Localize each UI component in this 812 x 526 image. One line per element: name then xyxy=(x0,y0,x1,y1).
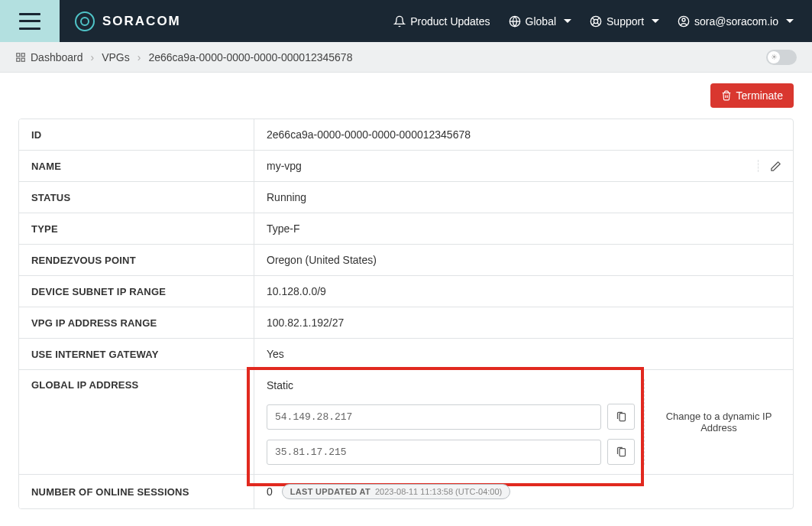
row-rendezvous: RENDEZVOUS POINT Oregon (United States) xyxy=(19,245,793,276)
row-id: ID 2e66ca9a-0000-0000-0000-000012345678 xyxy=(19,119,793,151)
action-bar: Terminate xyxy=(0,73,812,119)
ip-address-1[interactable] xyxy=(267,404,601,430)
theme-toggle[interactable]: ☀ xyxy=(766,50,797,65)
value-type: Type-F xyxy=(254,213,793,244)
copy-ip-1-button[interactable] xyxy=(607,404,635,430)
copy-ip-2-button[interactable] xyxy=(607,439,635,465)
bell-icon xyxy=(393,15,406,28)
clipboard-icon xyxy=(616,446,627,458)
terminate-label: Terminate xyxy=(736,89,783,102)
breadcrumb: Dashboard › VPGs › 2e66ca9a-0000-0000-00… xyxy=(0,42,812,73)
global-label: Global xyxy=(526,15,556,28)
vpg-detail-table: ID 2e66ca9a-0000-0000-0000-000012345678 … xyxy=(18,119,794,509)
sun-icon: ☀ xyxy=(768,51,780,63)
svg-rect-10 xyxy=(17,53,20,56)
product-updates-label: Product Updates xyxy=(410,15,490,28)
value-sessions: 0 xyxy=(267,485,273,498)
dashboard-icon xyxy=(15,52,26,63)
support-icon xyxy=(590,15,602,28)
last-updated-value: 2023-08-11 11:13:58 (UTC-04:00) xyxy=(375,487,502,496)
row-vpg-range: VPG IP ADDRESS RANGE 100.82.1.192/27 xyxy=(19,307,793,339)
chevron-down-icon xyxy=(564,19,571,23)
svg-point-9 xyxy=(682,18,685,21)
ip-row-1 xyxy=(267,404,635,430)
global-ip-mode: Static xyxy=(267,379,635,391)
svg-line-4 xyxy=(592,18,594,20)
breadcrumb-dashboard-label: Dashboard xyxy=(31,51,83,63)
breadcrumb-vpgs[interactable]: VPGs xyxy=(102,51,130,63)
svg-rect-11 xyxy=(21,53,24,56)
label-type: TYPE xyxy=(19,213,254,244)
label-vpg-range: VPG IP ADDRESS RANGE xyxy=(19,307,254,338)
user-icon xyxy=(678,15,690,28)
value-global-ip-cell: Static xyxy=(254,370,793,474)
chevron-down-icon xyxy=(652,19,659,23)
label-sessions: NUMBER OF ONLINE SESSIONS xyxy=(19,475,254,508)
row-global-ip: GLOBAL IP ADDRESS Static xyxy=(19,370,793,475)
support-menu[interactable]: Support xyxy=(590,15,659,28)
breadcrumb-separator: › xyxy=(91,51,95,63)
svg-rect-15 xyxy=(620,448,626,456)
svg-rect-14 xyxy=(620,413,626,420)
support-label: Support xyxy=(607,15,644,28)
row-name: NAME my-vpg xyxy=(19,151,793,182)
ip-row-2 xyxy=(267,439,635,465)
label-global-ip: GLOBAL IP ADDRESS xyxy=(19,370,254,474)
value-rendezvous: Oregon (United States) xyxy=(254,245,793,275)
menu-toggle[interactable] xyxy=(0,0,60,42)
header-nav: Product Updates Global Support sora@sora… xyxy=(393,15,812,28)
user-menu[interactable]: sora@soracom.io xyxy=(678,15,794,28)
label-name: NAME xyxy=(19,151,254,181)
theme-toggle-wrap: ☀ xyxy=(766,50,797,65)
change-ip-link[interactable]: Change to a dynamic IP Address xyxy=(654,411,784,433)
value-gateway: Yes xyxy=(254,339,793,369)
value-name: my-vpg xyxy=(267,160,758,172)
change-ip-cell: Change to a dynamic IP Address xyxy=(644,379,793,465)
global-menu[interactable]: Global xyxy=(509,15,571,28)
row-sessions: NUMBER OF ONLINE SESSIONS 0 LAST UPDATED… xyxy=(19,475,793,508)
terminate-button[interactable]: Terminate xyxy=(710,83,794,108)
svg-rect-12 xyxy=(17,58,20,61)
last-updated-badge: LAST UPDATED AT 2023-08-11 11:13:58 (UTC… xyxy=(282,484,510,499)
app-header: SORACOM Product Updates Global Support xyxy=(0,0,812,42)
trash-icon xyxy=(721,90,732,101)
clipboard-icon xyxy=(616,411,627,423)
user-email: sora@soracom.io xyxy=(694,15,778,28)
value-vpg-range: 100.82.1.192/27 xyxy=(254,307,793,338)
label-gateway: USE INTERNET GATEWAY xyxy=(19,339,254,369)
chevron-down-icon xyxy=(786,19,794,23)
breadcrumb-current: 2e66ca9a-0000-0000-0000-000012345678 xyxy=(148,51,352,63)
pencil-icon xyxy=(770,161,781,172)
value-sessions-cell: 0 LAST UPDATED AT 2023-08-11 11:13:58 (U… xyxy=(254,475,793,508)
value-name-cell: my-vpg xyxy=(254,151,793,181)
hamburger-icon xyxy=(19,13,40,30)
label-id: ID xyxy=(19,119,254,150)
value-id: 2e66ca9a-0000-0000-0000-000012345678 xyxy=(254,119,793,150)
svg-line-6 xyxy=(597,18,600,20)
logo-icon xyxy=(75,11,95,31)
value-status: Running xyxy=(254,182,793,213)
row-device-subnet: DEVICE SUBNET IP RANGE 10.128.0.0/9 xyxy=(19,276,793,307)
label-device-subnet: DEVICE SUBNET IP RANGE xyxy=(19,276,254,307)
row-type: TYPE Type-F xyxy=(19,213,793,245)
ip-address-2[interactable] xyxy=(267,440,601,465)
breadcrumb-dashboard[interactable]: Dashboard xyxy=(15,51,83,63)
svg-rect-13 xyxy=(21,58,24,61)
svg-line-5 xyxy=(597,22,600,24)
row-status: STATUS Running xyxy=(19,182,793,213)
svg-line-7 xyxy=(592,22,594,24)
breadcrumb-current-label: 2e66ca9a-0000-0000-0000-000012345678 xyxy=(148,51,352,63)
breadcrumb-separator: › xyxy=(137,51,141,63)
row-gateway: USE INTERNET GATEWAY Yes xyxy=(19,339,793,370)
brand-logo[interactable]: SORACOM xyxy=(75,11,181,31)
product-updates-link[interactable]: Product Updates xyxy=(393,15,490,28)
label-rendezvous: RENDEZVOUS POINT xyxy=(19,245,254,275)
globe-icon xyxy=(509,15,521,28)
brand-text: SORACOM xyxy=(102,14,181,29)
label-status: STATUS xyxy=(19,182,254,213)
breadcrumb-vpgs-label: VPGs xyxy=(102,51,130,63)
edit-name-button[interactable] xyxy=(758,160,793,172)
value-device-subnet: 10.128.0.0/9 xyxy=(254,276,793,307)
last-updated-label: LAST UPDATED AT xyxy=(290,487,370,496)
